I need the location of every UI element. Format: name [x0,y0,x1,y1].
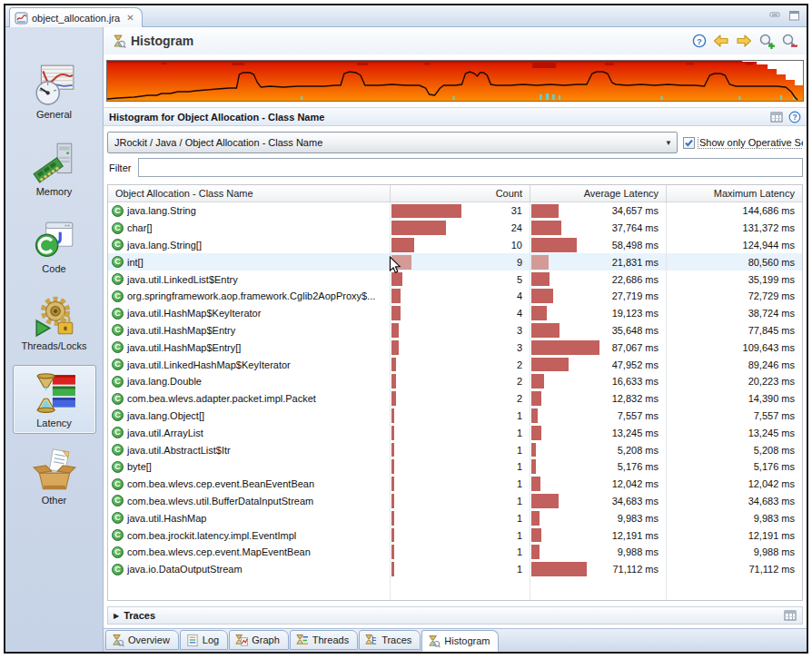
average-latency-cell: 19,123 ms [530,305,666,322]
value-text: 3 [517,322,522,339]
tab-traces[interactable]: Traces [359,630,421,650]
class-name: java.util.LinkedHashMap$KeyIterator [127,359,291,370]
table-row[interactable]: Cjava.lang.Object[]17,557 ms7,557 ms [108,408,802,425]
section-title: Histogram for Object Allocation - Class … [109,112,324,123]
class-name: byte[] [127,461,152,472]
class-name: com.bea.jrockit.latency.impl.EventImpl [127,530,296,541]
forward-icon[interactable] [736,34,752,47]
value-bar [531,204,559,219]
class-name-cell: Cjava.lang.Double [108,373,390,390]
filter-input[interactable] [138,158,803,177]
table-row[interactable]: Cjava.util.LinkedHashMap$KeyIterator247,… [108,356,802,373]
table-row[interactable]: Cchar[]2437,764 ms131,372 ms [108,220,802,237]
memory-icon [32,139,77,184]
table-row[interactable]: Cjava.lang.Double216,633 ms20,223 ms [108,373,802,390]
class-name-cell: Cjava.lang.String[] [108,237,390,254]
class-name: org.springframework.aop.framework.Cglib2… [127,290,375,301]
value-text: 9,983 ms [754,509,795,526]
table-row[interactable]: Cjava.util.HashMap$Entry[]387,067 ms109,… [108,339,802,356]
sidebar-item-general[interactable]: General [13,56,96,125]
table-row[interactable]: Cjava.lang.String3134,657 ms144,686 ms [108,202,802,220]
value-bar [531,426,541,440]
average-latency-cell: 9,988 ms [530,544,666,561]
average-latency-cell: 9,983 ms [530,509,666,526]
help-icon[interactable]: ? [692,34,707,48]
maximum-latency-cell: 71,112 ms [666,561,802,578]
value-text: 77,845 ms [748,322,795,339]
table-row[interactable]: Corg.springframework.aop.framework.Cglib… [108,288,802,305]
value-text: 35,199 ms [748,270,795,288]
table-row[interactable]: Cjava.util.HashMap19,983 ms9,983 ms [108,509,802,526]
maximum-latency-cell: 5,176 ms [666,458,802,476]
traces-section-bar[interactable]: ▶ Traces [107,606,803,625]
histogram-type-combo[interactable]: JRockit / Java / Object Allocation - Cla… [107,132,678,153]
table-row[interactable]: Ccom.bea.jrockit.latency.impl.EventImpl1… [108,526,802,544]
checkbox-box[interactable] [683,137,695,149]
value-bar [391,494,394,508]
value-bar [531,221,561,235]
maximize-view-icon[interactable] [787,9,801,21]
count-cell: 3 [390,339,530,356]
sidebar-item-code[interactable]: Code [13,211,96,280]
class-icon: C [112,409,124,421]
expand-arrow-icon[interactable]: ▶ [114,612,119,620]
table-row[interactable]: Cbyte[]15,176 ms5,176 ms [108,458,802,476]
tab-overview[interactable]: Overview [105,630,179,650]
table-settings-icon[interactable] [770,112,783,123]
col-count[interactable]: Count [390,185,530,202]
col-class-name[interactable]: Object Allocation - Class Name [108,185,390,202]
table-row[interactable]: Ccom.bea.wlevs.cep.event.MapEventBean19,… [108,544,802,561]
table-row[interactable]: Cint[]921,831 ms80,560 ms [108,253,802,270]
operative-set-checkbox[interactable]: Show only Operative Set [683,137,803,149]
back-icon[interactable] [713,34,729,47]
average-latency-cell: 16,633 ms [530,373,666,390]
close-icon[interactable]: ✕ [126,13,134,23]
value-bar [531,255,549,270]
sidebar-item-threads-locks[interactable]: Threads/Locks [13,288,96,357]
maximum-latency-cell: 72,729 ms [666,288,802,305]
tab-graph[interactable]: Graph [229,630,289,650]
editor-tab[interactable]: object_allocation.jra ✕ [9,7,143,27]
value-text: 22,686 ms [612,270,659,288]
count-cell: 2 [390,373,530,390]
table-row[interactable]: Cjava.util.AbstractList$Itr15,208 ms5,20… [108,441,802,458]
sidebar-item-other[interactable]: Other [13,442,96,511]
class-name: com.bea.wlevs.cep.event.MapEventBean [127,546,311,557]
zoom-in-icon[interactable] [758,34,775,49]
value-bar [531,306,547,320]
traces-table-icon[interactable] [784,610,797,621]
table-header[interactable]: Object Allocation - Class Name Count Ave… [108,185,802,202]
table-row[interactable]: Ccom.bea.wlevs.util.BufferDataInputStrea… [108,493,802,510]
table-row[interactable]: Cjava.util.HashMap$KeyIterator419,123 ms… [108,305,802,322]
value-bar [531,511,540,526]
value-text: 1 [517,424,522,441]
class-name: java.util.HashMap [127,513,206,524]
col-average-latency[interactable]: Average Latency [530,185,666,202]
value-bar [531,528,541,543]
sidebar-item-memory[interactable]: Memory [13,133,96,202]
tab-log[interactable]: Log [180,630,228,650]
tab-histogram[interactable]: Histogram [421,630,499,652]
value-bar [391,426,394,440]
code-icon [32,216,77,261]
table-row[interactable]: Cjava.util.ArrayList113,245 ms13,245 ms [108,424,802,441]
latency-timeline-chart[interactable] [106,60,804,102]
value-bar [531,477,540,491]
class-name-cell: Cint[] [108,253,390,270]
class-icon: C [112,546,124,558]
table-row[interactable]: Cjava.io.DataOutputStream171,112 ms71,11… [108,561,802,578]
class-name: int[] [127,257,144,268]
zoom-out-icon[interactable] [781,34,797,49]
section-help-icon[interactable]: ? [788,111,801,123]
value-text: 14,390 ms [748,390,795,408]
table-row[interactable]: Cjava.lang.String[]1058,498 ms124,944 ms [108,237,802,254]
col-maximum-latency[interactable]: Maximum Latency [666,185,802,202]
table-row[interactable]: Ccom.bea.wlevs.cep.event.BeanEventBean11… [108,476,802,493]
table-row[interactable]: Cjava.util.HashMap$Entry335,648 ms77,845… [108,322,802,339]
minimize-view-icon[interactable] [768,9,782,21]
table-row[interactable]: Ccom.bea.wlevs.adapter.packet.impl.Packe… [108,390,802,408]
table-row[interactable]: Cjava.util.LinkedList$Entry522,686 ms35,… [108,270,802,288]
sidebar-item-latency[interactable]: Latency [13,365,96,434]
value-text: 1 [517,441,522,458]
tab-threads[interactable]: Threads [290,630,358,650]
